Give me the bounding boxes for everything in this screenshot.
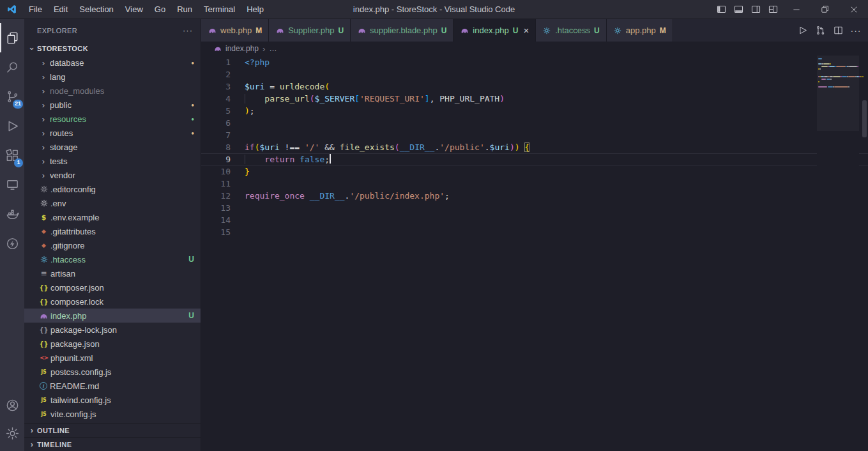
restore-button[interactable] bbox=[811, 0, 839, 19]
code-line-12[interactable]: 12require_once __DIR__.'/public/index.ph… bbox=[201, 190, 868, 202]
manage-icon[interactable] bbox=[0, 419, 24, 447]
code-line-7[interactable]: 7 bbox=[201, 129, 868, 141]
docker-icon[interactable] bbox=[0, 199, 24, 229]
explorer-item-postcss.config.js[interactable]: JSpostcss.config.js bbox=[24, 365, 201, 379]
menu-edit[interactable]: Edit bbox=[48, 0, 73, 19]
explorer-item-.editorconfig[interactable]: .editorconfig bbox=[24, 182, 201, 196]
explorer-item-tailwind.config.js[interactable]: JStailwind.config.js bbox=[24, 393, 201, 407]
explorer-item-artisan[interactable]: ≡artisan bbox=[24, 266, 201, 280]
ellipsis-icon[interactable]: ··· bbox=[848, 22, 864, 39]
menu-selection[interactable]: Selection bbox=[73, 0, 119, 19]
toggle-primary-sidebar-icon[interactable] bbox=[713, 0, 730, 19]
git-status-badge: U bbox=[441, 26, 447, 35]
modified-dot-icon: ● bbox=[191, 60, 194, 66]
explorer-item-README.md[interactable]: iREADME.md bbox=[24, 379, 201, 393]
chevron-right-icon: › bbox=[38, 114, 49, 124]
js-icon: JS bbox=[38, 397, 49, 403]
code-line-2[interactable]: 2 bbox=[201, 68, 868, 80]
explorer-root-folder[interactable]: › STORESTOCK bbox=[24, 42, 201, 56]
menu-help[interactable]: Help bbox=[241, 0, 270, 19]
menu-run[interactable]: Run bbox=[171, 0, 198, 19]
chevron-right-icon: › bbox=[38, 72, 49, 82]
explorer-item-.gitattributes[interactable]: ◆.gitattributes bbox=[24, 224, 201, 238]
split-editor-icon[interactable] bbox=[830, 22, 846, 39]
explorer-item-phpunit.xml[interactable]: <>phpunit.xml bbox=[24, 351, 201, 365]
explorer-item-tests[interactable]: ›tests bbox=[24, 154, 201, 168]
explorer-item-.env.example[interactable]: $.env.example bbox=[24, 210, 201, 224]
php-icon bbox=[214, 45, 222, 52]
more-actions-icon[interactable]: ··· bbox=[183, 26, 193, 35]
code-line-11[interactable]: 11 bbox=[201, 178, 868, 190]
explorer-item-resources[interactable]: ›resources● bbox=[24, 112, 201, 126]
activity-bar: 211 bbox=[0, 19, 24, 451]
explorer-item-routes[interactable]: ›routes● bbox=[24, 126, 201, 140]
run-icon[interactable] bbox=[794, 22, 811, 39]
toggle-secondary-sidebar-icon[interactable] bbox=[747, 0, 765, 19]
explorer-item-storage[interactable]: ›storage bbox=[24, 140, 201, 154]
explorer-item-.htaccess[interactable]: .htaccessU bbox=[24, 252, 201, 266]
close-icon[interactable]: × bbox=[523, 26, 529, 35]
code-line-3[interactable]: 3$uri = urldecode( bbox=[201, 80, 868, 93]
explorer-item-package.json[interactable]: {}package.json bbox=[24, 337, 201, 351]
remote-explorer-icon[interactable] bbox=[0, 170, 24, 199]
code-line-15[interactable]: 15 bbox=[201, 226, 868, 238]
code-line-13[interactable]: 13 bbox=[201, 202, 868, 214]
code-line-9[interactable]: 9 return false; bbox=[201, 153, 868, 165]
scrollbar-thumb[interactable] bbox=[862, 100, 867, 137]
code-line-6[interactable]: 6 bbox=[201, 117, 868, 129]
tab-index.php[interactable]: index.phpU× bbox=[453, 19, 536, 42]
js-icon: JS bbox=[38, 369, 49, 375]
breadcrumb-file[interactable]: index.php bbox=[225, 44, 259, 53]
tab-web.php[interactable]: web.phpM bbox=[201, 19, 269, 42]
code-line-10[interactable]: 10} bbox=[201, 165, 868, 178]
menu-go[interactable]: Go bbox=[149, 0, 171, 19]
thunder-client-icon[interactable] bbox=[0, 229, 24, 258]
code-area[interactable]: 1<?php23$uri = urldecode(4 parse_url($_S… bbox=[201, 56, 868, 451]
close-button[interactable] bbox=[839, 0, 868, 19]
explorer-item-composer.lock[interactable]: {}composer.lock bbox=[24, 294, 201, 309]
customize-layout-icon[interactable] bbox=[765, 0, 782, 19]
menu-view[interactable]: View bbox=[119, 0, 149, 19]
search-icon[interactable] bbox=[0, 52, 24, 82]
code-line-8[interactable]: 8if($uri !== '/' && file_exists(__DIR__.… bbox=[201, 141, 868, 153]
code-line-14[interactable]: 14 bbox=[201, 214, 868, 226]
explorer-item-composer.json[interactable]: {}composer.json bbox=[24, 280, 201, 294]
explorer-item-.env[interactable]: .env bbox=[24, 196, 201, 210]
accounts-icon[interactable] bbox=[0, 391, 24, 419]
code-line-1[interactable]: 1<?php bbox=[201, 56, 868, 68]
breadcrumb-more[interactable]: … bbox=[269, 44, 277, 53]
item-label: tests bbox=[50, 157, 67, 166]
explorer-item-lang[interactable]: ›lang bbox=[24, 70, 201, 84]
code-line-5[interactable]: 5); bbox=[201, 105, 868, 117]
git-status-badge: U bbox=[188, 255, 194, 264]
explorer-item-database[interactable]: ›database● bbox=[24, 56, 201, 70]
explorer-item-public[interactable]: ›public● bbox=[24, 98, 201, 112]
minimap[interactable] bbox=[817, 56, 859, 451]
explorer-item-index.php[interactable]: index.phpU bbox=[24, 309, 201, 323]
minimize-button[interactable] bbox=[782, 0, 811, 19]
menu-terminal[interactable]: Terminal bbox=[198, 0, 241, 19]
explorer-item-.gitignore[interactable]: ◆.gitignore bbox=[24, 238, 201, 252]
extensions-icon[interactable]: 1 bbox=[0, 141, 24, 170]
explorer-item-package-lock.json[interactable]: {}package-lock.json bbox=[24, 323, 201, 337]
tab-supplier.blade.php[interactable]: supplier.blade.phpU bbox=[351, 19, 453, 42]
explorer-item-node_modules[interactable]: ›node_modules bbox=[24, 84, 201, 98]
item-label: .htaccess bbox=[50, 255, 86, 264]
tab-Supplier.php[interactable]: Supplier.phpU bbox=[269, 19, 351, 42]
tab-.htaccess[interactable]: .htaccessU bbox=[536, 19, 607, 42]
line-number: 1 bbox=[201, 56, 231, 68]
toggle-panel-icon[interactable] bbox=[730, 0, 747, 19]
git-status-badge: U bbox=[594, 26, 600, 35]
explorer-icon[interactable] bbox=[0, 23, 24, 52]
code-line-4[interactable]: 4 parse_url($_SERVER['REQUEST_URI'], PHP… bbox=[201, 93, 868, 105]
explorer-item-vendor[interactable]: ›vendor bbox=[24, 168, 201, 182]
source-control-icon[interactable]: 21 bbox=[0, 82, 24, 111]
pull-request-icon[interactable] bbox=[812, 22, 828, 39]
tab-app.php[interactable]: app.phpM bbox=[607, 19, 673, 42]
section-outline[interactable]: ›OUTLINE bbox=[24, 423, 201, 437]
explorer-item-vite.config.js[interactable]: JSvite.config.js bbox=[24, 407, 201, 421]
run-and-debug-icon[interactable] bbox=[0, 111, 24, 141]
menu-file[interactable]: File bbox=[23, 0, 48, 19]
chevron-right-icon: › bbox=[27, 425, 37, 435]
section-timeline[interactable]: ›TIMELINE bbox=[24, 437, 201, 451]
